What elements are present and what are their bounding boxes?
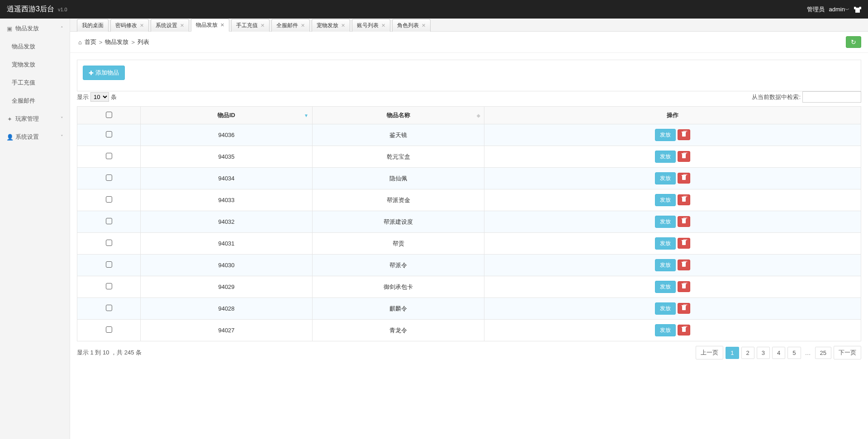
close-icon[interactable]: ✕ <box>422 23 426 28</box>
cell-name: 乾元宝盒 <box>313 146 484 168</box>
issue-button[interactable]: 发放 <box>655 281 676 293</box>
cell-name: 帮派令 <box>313 255 484 276</box>
delete-button[interactable] <box>678 129 690 140</box>
user-icon: ✦ <box>6 116 13 123</box>
cell-checkbox[interactable] <box>77 320 141 341</box>
delete-button[interactable] <box>678 151 690 162</box>
breadcrumb-home[interactable]: 首页 <box>85 38 96 46</box>
pager-page[interactable]: 25 <box>815 347 831 359</box>
sidebar-item[interactable]: 手工充值 <box>0 74 70 92</box>
delete-button[interactable] <box>678 281 690 292</box>
delete-button[interactable] <box>678 325 690 335</box>
search-input[interactable] <box>802 91 861 103</box>
datatable-info: 显示 1 到 10 ，共 245 条 <box>77 349 142 357</box>
table-row: 94031帮贡发放 <box>77 233 861 255</box>
checkbox-icon[interactable] <box>106 153 112 159</box>
sidebar-item[interactable]: 全服邮件 <box>0 92 70 110</box>
issue-button[interactable]: 发放 <box>655 129 676 141</box>
tab[interactable]: 角色列表✕ <box>392 19 431 32</box>
sidebar-group-label: 物品发放 <box>15 24 39 33</box>
col-checkbox[interactable] <box>77 107 141 124</box>
sidebar-group[interactable]: 👤系统设置˅ <box>0 128 70 146</box>
tab[interactable]: 我的桌面 <box>77 19 109 32</box>
checkbox-icon[interactable] <box>106 218 112 224</box>
add-item-button[interactable]: ✚ 添加物品 <box>83 66 125 80</box>
pager-page[interactable]: 2 <box>741 347 754 359</box>
length-control: 显示 10 条 <box>77 92 117 102</box>
checkbox-icon[interactable] <box>106 131 112 137</box>
delete-button[interactable] <box>678 173 690 184</box>
tab[interactable]: 账号列表✕ <box>352 19 390 32</box>
checkbox-icon[interactable] <box>106 326 112 333</box>
tab[interactable]: 宠物发放✕ <box>312 19 350 32</box>
close-icon[interactable]: ✕ <box>140 23 144 28</box>
cell-checkbox[interactable] <box>77 189 141 211</box>
tab[interactable]: 全服邮件✕ <box>271 19 310 32</box>
delete-button[interactable] <box>678 303 690 314</box>
col-name[interactable]: 物品名称◆ <box>313 107 484 124</box>
cell-checkbox[interactable] <box>77 124 141 146</box>
cell-ops: 发放 <box>484 276 861 298</box>
sidebar-group[interactable]: ✦玩家管理˅ <box>0 110 70 128</box>
refresh-button[interactable]: ↻ <box>846 36 861 48</box>
cell-checkbox[interactable] <box>77 168 141 189</box>
trash-icon <box>682 175 686 180</box>
checkbox-icon[interactable] <box>106 112 112 118</box>
theme-icon[interactable] <box>854 6 861 13</box>
table-row: 94027青龙令发放 <box>77 320 861 341</box>
tab[interactable]: 手工充值✕ <box>231 19 270 32</box>
cell-checkbox[interactable] <box>77 255 141 276</box>
pager-prev[interactable]: 上一页 <box>696 346 723 359</box>
close-icon[interactable]: ✕ <box>220 22 224 28</box>
cell-checkbox[interactable] <box>77 276 141 298</box>
checkbox-icon[interactable] <box>106 283 112 289</box>
issue-button[interactable]: 发放 <box>655 302 676 315</box>
checkbox-icon[interactable] <box>106 175 112 181</box>
items-table: 物品ID▼ 物品名称◆ 操作 94036鉴天镜发放 94035乾元宝盒发放 94… <box>77 106 861 341</box>
user-menu[interactable]: 管理员 admin﹀ <box>807 5 861 14</box>
close-icon[interactable]: ✕ <box>180 23 184 28</box>
length-select[interactable]: 10 <box>90 92 109 102</box>
pager-page[interactable]: 4 <box>772 347 785 359</box>
trash-icon <box>682 305 686 310</box>
pager-page[interactable]: 1 <box>726 347 739 359</box>
cell-checkbox[interactable] <box>77 146 141 168</box>
delete-button[interactable] <box>678 238 690 249</box>
sidebar-item[interactable]: 物品发放 <box>0 38 70 56</box>
delete-button[interactable] <box>678 216 690 227</box>
issue-button[interactable]: 发放 <box>655 216 676 228</box>
col-id[interactable]: 物品ID▼ <box>141 107 313 124</box>
sort-neutral-icon: ◆ <box>477 113 480 118</box>
cell-checkbox[interactable] <box>77 233 141 255</box>
issue-button[interactable]: 发放 <box>655 151 676 163</box>
tab[interactable]: 物品发放✕ <box>191 19 229 32</box>
sidebar-group[interactable]: ▣物品发放˄ <box>0 19 70 38</box>
cell-checkbox[interactable] <box>77 298 141 320</box>
issue-button[interactable]: 发放 <box>655 194 676 206</box>
close-icon[interactable]: ✕ <box>261 23 265 28</box>
pager-next[interactable]: 下一页 <box>834 346 861 359</box>
cell-ops: 发放 <box>484 233 861 255</box>
sidebar-item[interactable]: 宠物发放 <box>0 56 70 74</box>
pager-page[interactable]: 5 <box>787 347 801 359</box>
issue-button[interactable]: 发放 <box>655 259 676 271</box>
delete-button[interactable] <box>678 194 690 205</box>
pager-page[interactable]: 3 <box>757 347 770 359</box>
issue-button[interactable]: 发放 <box>655 237 676 250</box>
issue-button[interactable]: 发放 <box>655 324 676 336</box>
cell-id: 94032 <box>141 211 313 233</box>
tab[interactable]: 系统设置✕ <box>151 19 189 32</box>
close-icon[interactable]: ✕ <box>301 23 305 28</box>
cell-checkbox[interactable] <box>77 211 141 233</box>
sidebar-item-label: 物品发放 <box>12 42 35 51</box>
checkbox-icon[interactable] <box>106 261 112 268</box>
tab[interactable]: 密码修改✕ <box>110 19 149 32</box>
checkbox-icon[interactable] <box>106 196 112 203</box>
issue-button[interactable]: 发放 <box>655 172 676 184</box>
close-icon[interactable]: ✕ <box>341 23 345 28</box>
checkbox-icon[interactable] <box>106 240 112 246</box>
checkbox-icon[interactable] <box>106 305 112 311</box>
close-icon[interactable]: ✕ <box>381 23 385 28</box>
delete-button[interactable] <box>678 260 690 270</box>
breadcrumb-mid[interactable]: 物品发放 <box>105 38 128 46</box>
